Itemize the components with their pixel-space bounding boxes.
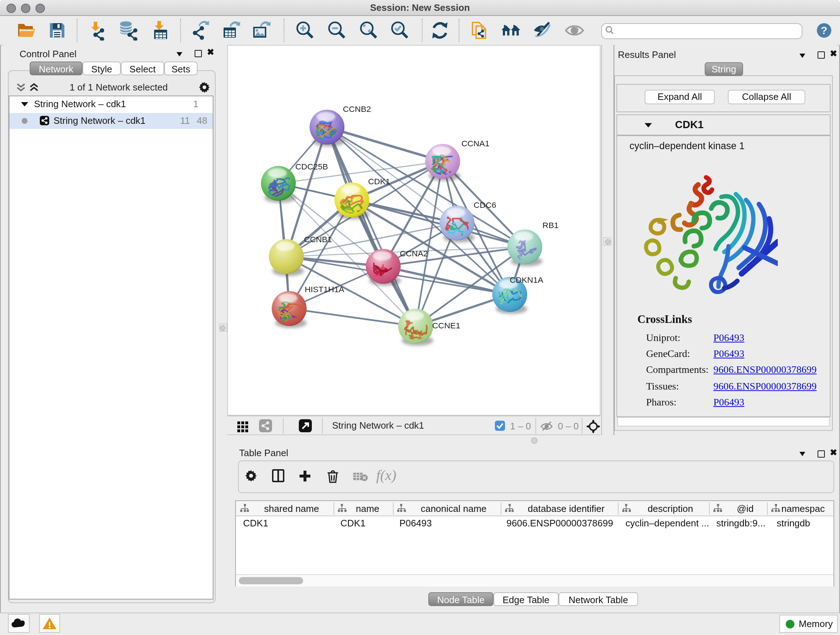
svg-text:CDC25B: CDC25B	[295, 162, 328, 171]
svg-text:CDK1: CDK1	[368, 177, 390, 186]
svg-text:HIST1H1A: HIST1H1A	[305, 285, 344, 294]
svg-text:RB1: RB1	[543, 220, 559, 230]
svg-text:?: ?	[821, 24, 827, 36]
svg-text:CCNA2: CCNA2	[400, 249, 428, 258]
svg-text:CDKN1A: CDKN1A	[510, 275, 544, 285]
svg-text:CCNB2: CCNB2	[343, 104, 371, 114]
svg-text:CCNA1: CCNA1	[461, 139, 489, 148]
svg-text:CCNB1: CCNB1	[304, 234, 332, 244]
svg-text:CDC6: CDC6	[474, 200, 496, 210]
svg-text:CCNE1: CCNE1	[432, 321, 461, 330]
